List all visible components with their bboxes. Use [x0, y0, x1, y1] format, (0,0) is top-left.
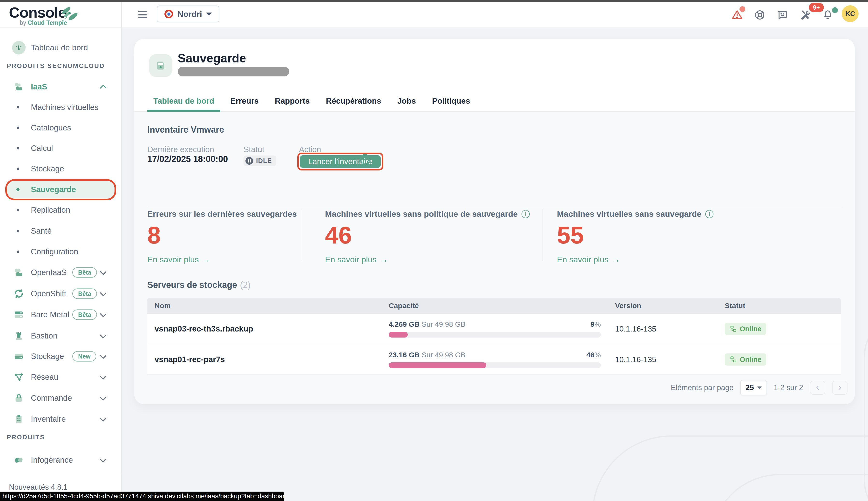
tab-erreurs[interactable]: Erreurs [230, 90, 258, 112]
alert-badge-dot [739, 6, 745, 12]
sidebar-item-label: Inventaire [31, 414, 66, 424]
tab-politiques[interactable]: Politiques [432, 90, 470, 112]
servers-icon [12, 308, 25, 321]
network-status-icon [730, 325, 737, 332]
sidebar-item-bastion[interactable]: Bastion [0, 328, 122, 344]
tab-tableau-de-bord[interactable]: Tableau de bord [153, 90, 214, 112]
sidebar-item-sante[interactable]: Santé [0, 223, 122, 239]
sidebar-item-bare-metal[interactable]: Bare Metal Bêta [0, 306, 122, 323]
sidebar-item-infogerance[interactable]: Infogérance [0, 451, 122, 468]
sidebar-item-openiaas[interactable]: OpenIaaS Bêta [0, 264, 122, 281]
tab-jobs[interactable]: Jobs [397, 90, 416, 112]
table-row[interactable]: vsnap01-rec-par7s 23.16 GB Sur 49.98 GB … [147, 344, 841, 375]
storage-table: Nom Capacité Version Statut vsnap03-rec-… [147, 298, 841, 375]
bullet-icon [17, 188, 20, 191]
last-execution-value: 17/02/2025 18:00:00 [147, 154, 228, 164]
bullet-icon [17, 127, 19, 129]
previous-page-button[interactable]: ‹ [810, 381, 825, 395]
sidebar-item-label: Configuration [31, 247, 78, 256]
column-header-nom: Nom [154, 302, 171, 310]
sidebar-item-machines-virtuelles[interactable]: Machines virtuelles [0, 99, 122, 116]
link-preview-statusbar: https://d25a7d5d-1855-4cd4-955b-d57ad377… [0, 492, 284, 501]
chevron-down-icon [100, 456, 107, 463]
stat-link[interactable]: En savoir plus→ [325, 255, 542, 264]
hamburger-menu-icon[interactable] [138, 11, 147, 18]
loading-skeleton [178, 67, 289, 76]
logo[interactable]: Console byCloud Temple [0, 2, 121, 28]
tab-recuperations[interactable]: Récupérations [326, 90, 381, 112]
organization-name: Nordri [178, 9, 202, 19]
page-range: 1-2 sur 2 [774, 383, 803, 392]
divider [0, 474, 122, 474]
help-lifebuoy-icon[interactable] [754, 9, 765, 21]
capacity-bar-fill [389, 362, 486, 368]
sidebar-item-replication[interactable]: Replication [0, 202, 122, 218]
clipboard-icon [12, 412, 25, 426]
stat-link[interactable]: En savoir plus→ [557, 255, 774, 264]
sidebar-item-tableau-de-bord[interactable]: Tableau de bord [0, 39, 122, 56]
column-header-statut: Statut [725, 302, 745, 310]
server-name: vsnap03-rec-th3s.rbackup [154, 324, 253, 333]
chevron-down-icon [100, 394, 107, 401]
sidebar-item-catalogues[interactable]: Catalogues [0, 119, 122, 136]
server-version: 10.1.16-135 [615, 324, 656, 333]
sidebar-item-openshift[interactable]: OpenShift Bêta [0, 285, 122, 302]
cloud-icon [12, 80, 25, 94]
table-row[interactable]: vsnap03-rec-th3s.rbackup 4.269 GB Sur 49… [147, 314, 841, 344]
whats-new-link[interactable]: Nouveautés 4.8.1 [9, 483, 67, 492]
capacity-cell: 4.269 GB Sur 49.98 GB 9% [389, 320, 601, 338]
notifications-bell-icon[interactable] [822, 9, 834, 21]
sidebar-item-label: OpenShift [31, 289, 66, 298]
page-size-select[interactable]: 25 [740, 380, 767, 395]
sidebar-item-stockage-produit[interactable]: Stockage New [0, 348, 122, 365]
sidebar-item-label: Réseau [31, 373, 58, 382]
sidebar-item-label: Bare Metal [31, 310, 69, 319]
sidebar-item-label: Commande [31, 393, 72, 403]
sidebar-item-sauvegarde[interactable]: Sauvegarde [0, 181, 122, 198]
avatar[interactable]: KC [842, 5, 859, 22]
sidebar-item-label: Sauvegarde [31, 185, 76, 194]
sidebar-item-label: Tableau de bord [31, 43, 88, 52]
sidebar-item-calcul[interactable]: Calcul [0, 140, 122, 157]
pause-icon [245, 157, 253, 165]
tools-icon[interactable] [799, 9, 811, 21]
info-icon[interactable]: i [705, 210, 714, 218]
sidebar-item-label: Machines virtuelles [31, 103, 99, 112]
next-page-button[interactable]: › [832, 381, 847, 395]
notification-dot [832, 7, 838, 13]
sidebar-item-label: Infogérance [31, 456, 73, 465]
logo-title: Console [9, 4, 66, 21]
stat-title: Machines virtuelles sans sauvegardei [557, 209, 774, 219]
feedback-chat-icon[interactable] [776, 9, 788, 21]
sidebar-item-commande[interactable]: Commande [0, 390, 122, 406]
stat-title: Erreurs sur les dernières sauvegardes [147, 209, 292, 219]
cloud-icon [12, 266, 25, 279]
sidebar-item-configuration[interactable]: Configuration [0, 243, 122, 260]
column-header-version: Version [615, 302, 641, 310]
topbar: Nordri 9+ KC [122, 2, 868, 28]
stat-link[interactable]: En savoir plus→ [147, 255, 292, 264]
status-value: IDLE [256, 157, 272, 165]
organization-icon [164, 10, 173, 18]
sidebar-item-inventaire[interactable]: Inventaire [0, 411, 122, 427]
capacity-percent: 46% [586, 351, 601, 359]
beta-badge: Bêta [72, 310, 97, 320]
sidebar-item-label: IaaS [31, 82, 47, 92]
sidebar-item-stockage-iaas[interactable]: Stockage [0, 160, 122, 177]
sidebar-item-iaas[interactable]: IaaS [0, 78, 122, 95]
tab-rapports[interactable]: Rapports [275, 90, 310, 112]
bullet-icon [17, 209, 19, 211]
tower-icon [12, 329, 25, 343]
sidebar-item-reseau[interactable]: Réseau [0, 369, 122, 385]
last-execution-label: Dernière execution [147, 145, 214, 154]
info-icon[interactable]: i [360, 154, 370, 164]
main-content: Sauvegarde Tableau de bord Erreurs Rappo… [122, 28, 868, 501]
backup-icon [149, 54, 172, 77]
organization-selector[interactable]: Nordri [157, 6, 219, 22]
capacity-percent: 9% [590, 320, 601, 328]
info-icon[interactable]: i [522, 210, 530, 218]
column-header-capacite: Capacité [389, 302, 419, 310]
network-icon [12, 370, 25, 384]
status-label: Statut [244, 145, 264, 154]
sidebar: Console byCloud Temple Tableau de bord P… [0, 2, 122, 501]
